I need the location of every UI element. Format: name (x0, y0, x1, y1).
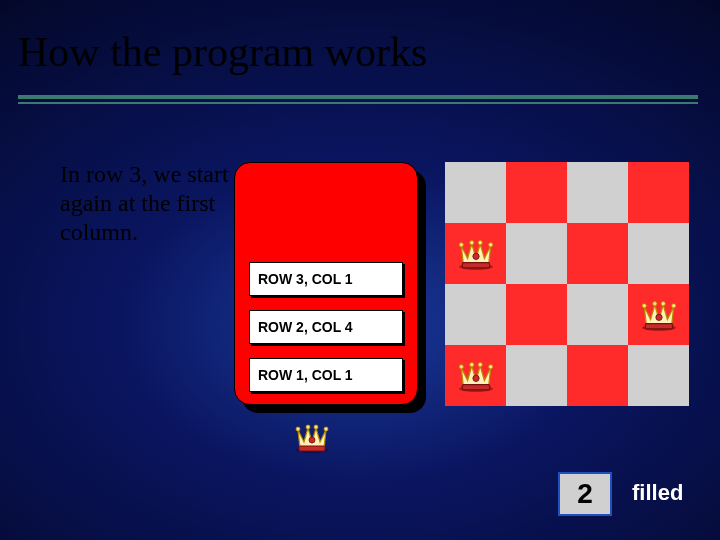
svg-rect-1 (299, 446, 325, 451)
board-cell (567, 223, 628, 284)
stack-item: ROW 3, COL 1 (249, 262, 403, 296)
divider-thin (18, 102, 698, 104)
svg-point-5 (324, 427, 328, 431)
svg-rect-15 (645, 323, 672, 328)
board-cell (628, 223, 689, 284)
stack-item: ROW 2, COL 4 (249, 310, 403, 344)
svg-point-18 (661, 301, 665, 305)
crown-icon (455, 355, 497, 393)
svg-point-11 (478, 240, 482, 244)
board-cell (506, 162, 567, 223)
board-cell (567, 345, 628, 406)
board-cell (445, 162, 506, 223)
svg-point-20 (655, 314, 661, 320)
svg-point-4 (314, 425, 318, 429)
svg-rect-22 (462, 384, 489, 389)
svg-point-26 (488, 364, 492, 368)
board-cell (567, 162, 628, 223)
board-cell (628, 345, 689, 406)
stack-panel: ROW 3, COL 1 ROW 2, COL 4 ROW 1, COL 1 (234, 162, 418, 405)
svg-rect-8 (462, 262, 489, 267)
svg-point-12 (488, 242, 492, 246)
svg-point-9 (459, 242, 463, 246)
svg-point-19 (671, 303, 675, 307)
board-cell (628, 284, 689, 345)
board-cell (445, 345, 506, 406)
svg-point-16 (642, 303, 646, 307)
board-cell (445, 223, 506, 284)
board-cell (506, 223, 567, 284)
filled-label: filled (632, 480, 683, 506)
slide-title: How the program works (18, 28, 427, 76)
divider-thick (18, 95, 698, 99)
board-cell (445, 284, 506, 345)
board-cell (567, 284, 628, 345)
svg-point-17 (652, 301, 656, 305)
svg-point-27 (472, 375, 478, 381)
stack-container: ROW 3, COL 1 ROW 2, COL 4 ROW 1, COL 1 (234, 162, 426, 413)
board-cell (506, 345, 567, 406)
svg-point-24 (469, 362, 473, 366)
board-cell (506, 284, 567, 345)
crown-icon (638, 294, 680, 332)
svg-point-10 (469, 240, 473, 244)
stack-item: ROW 1, COL 1 (249, 358, 403, 392)
svg-point-3 (306, 425, 310, 429)
svg-point-2 (296, 427, 300, 431)
svg-point-6 (309, 437, 315, 443)
svg-point-23 (459, 364, 463, 368)
svg-point-25 (478, 362, 482, 366)
chess-board (445, 162, 689, 406)
board-cell (628, 162, 689, 223)
filled-counter: 2 (558, 472, 612, 516)
crown-icon (292, 418, 332, 458)
svg-point-13 (472, 253, 478, 259)
crown-icon (455, 233, 497, 271)
